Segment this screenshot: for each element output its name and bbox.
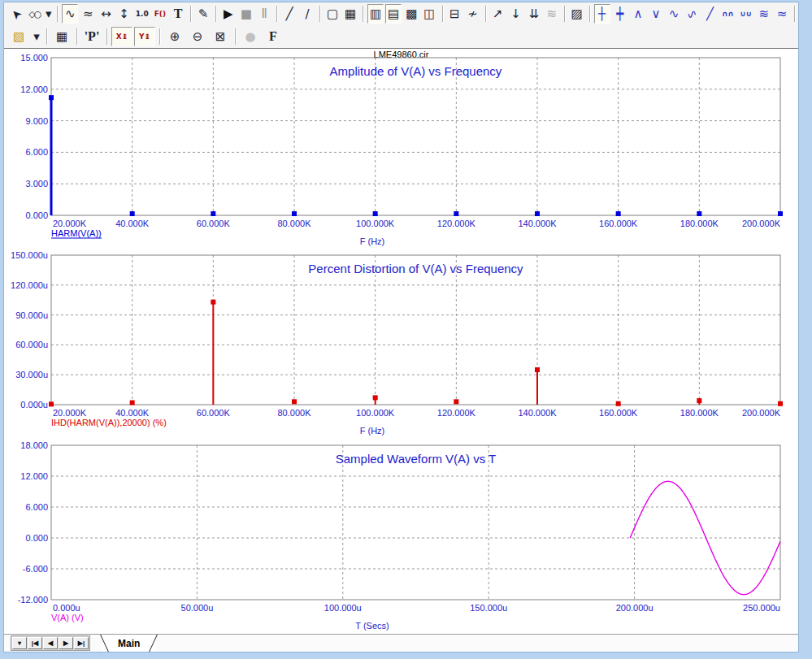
polyline-mode-button[interactable]: ∕	[299, 4, 315, 24]
go-to-slope-button[interactable]: ╱	[701, 4, 718, 24]
select-cursor-icon: ➤	[8, 6, 24, 22]
text-mode-button[interactable]: T	[170, 4, 186, 24]
next-tab-button[interactable]: ▶	[59, 637, 73, 649]
tab-strip-empty	[156, 635, 798, 652]
select-area-button[interactable]: ▢	[324, 4, 341, 24]
align-curves-button[interactable]: ≋	[544, 4, 560, 24]
properties-button[interactable]: ✎	[195, 4, 211, 24]
y-tick-label: 60.000u	[15, 340, 48, 349]
graphics-shapes-button[interactable]: ◇○	[26, 4, 42, 24]
exclude-curve-button[interactable]: ≁	[464, 4, 480, 24]
tag-both-button[interactable]: ⇊	[526, 4, 542, 24]
data-point-marker	[454, 211, 458, 216]
go-to-high-button[interactable]: ∿	[666, 4, 682, 24]
data-point-marker	[535, 211, 540, 216]
animate-mode-button[interactable]: ≈	[80, 4, 96, 24]
go-to-envelope-button[interactable]: ≋	[756, 4, 772, 24]
go-to-minimum-button[interactable]: ∪∪	[738, 4, 754, 24]
numeric-output-button[interactable]: ▦	[51, 27, 72, 46]
tag-vertical-button[interactable]: ↗	[489, 4, 506, 24]
data-point-marker	[373, 211, 378, 216]
font-tool-button[interactable]: F	[263, 27, 284, 46]
x-tick-label: 40.000K	[115, 408, 150, 418]
analysis-limits-button[interactable]: ▧	[8, 27, 29, 46]
cursor-horizontal-button[interactable]: ┿	[612, 4, 628, 24]
first-tab-button[interactable]: |◀	[28, 637, 42, 649]
periodic-steady-state-icon: 'P'	[85, 30, 100, 43]
series-label[interactable]: HARM(V(A))	[51, 228, 102, 238]
x-tick-label: 20.000K	[53, 408, 87, 418]
y-tick-label: 3.000	[25, 179, 48, 189]
y-tick-label: 18.000	[20, 440, 48, 450]
overlap-panels-icon: ▩	[406, 8, 417, 20]
x-tick-label: 20.000K	[53, 219, 87, 228]
auto-scale-x-button[interactable]: X↨	[111, 27, 132, 46]
tile-vertical-button[interactable]: ▥	[367, 4, 384, 24]
run-button[interactable]: ▶	[220, 4, 237, 24]
tile-horizontal-icon: ▤	[388, 8, 399, 20]
toolbar-separator	[363, 6, 363, 22]
zoom-in-button[interactable]: ⊕	[164, 27, 185, 46]
grid-toggle-button[interactable]: ▦	[342, 4, 358, 24]
select-cursor-button[interactable]: ➤	[8, 4, 24, 24]
limits-dropdown-button[interactable]: ▾	[31, 27, 42, 46]
last-tab-button[interactable]: ▶|	[74, 637, 89, 649]
x-axis-label: F (Hz)	[360, 426, 385, 436]
tab-main-label: Main	[118, 638, 140, 649]
shapes-dropdown-button[interactable]: ▾	[44, 4, 53, 24]
y-tick-label: 12.000	[20, 85, 48, 94]
horizontal-tag-mode-icon: ↔	[101, 8, 111, 20]
graphics-shapes-icon: ◇○	[28, 10, 40, 19]
chart-3-frame	[51, 445, 780, 600]
split-plot-button[interactable]: ⊟	[446, 4, 462, 24]
function-tag-mode-button[interactable]: F()	[152, 4, 168, 24]
data-point-marker	[211, 211, 215, 216]
overlap-panels-button[interactable]: ▩	[403, 4, 419, 24]
auto-scale-y-button[interactable]: Y↨	[134, 27, 155, 46]
polyline-mode-icon: ∕	[306, 8, 310, 20]
tab-main[interactable]: Main	[102, 635, 156, 652]
tab-list-dropdown-button[interactable]: ▾	[12, 637, 27, 649]
data-point-marker	[292, 399, 297, 404]
data-point-marker	[616, 401, 621, 406]
series-label[interactable]: V(A) (V)	[51, 613, 84, 622]
zoom-out-button[interactable]: ⊖	[187, 27, 208, 46]
auto-scale-y-icon: Y↨	[139, 33, 150, 41]
cursor-crosshair-button[interactable]: ┼	[594, 4, 610, 24]
go-to-peak-button[interactable]: ∧	[630, 4, 646, 24]
go-to-center-button[interactable]: ≈	[774, 4, 790, 24]
y-tick-label: 9.000	[25, 116, 48, 126]
horizontal-tag-mode-button[interactable]: ↔	[98, 4, 114, 24]
tag-point-button[interactable]: ↓	[507, 4, 523, 24]
y-tick-label: 15.000	[20, 53, 48, 63]
x-tick-label: 0.000u	[53, 603, 80, 613]
scope-thumbnail-button[interactable]: ▨	[569, 4, 585, 24]
web-help-button[interactable]: ●	[240, 27, 261, 46]
pause-button[interactable]: Ⅱ	[256, 4, 272, 24]
go-to-low-button[interactable]: ∿	[684, 4, 700, 24]
prev-tab-button[interactable]: ◀	[43, 637, 58, 649]
go-to-valley-icon: ∨	[652, 8, 661, 20]
stop-button[interactable]: ■	[238, 4, 254, 24]
tile-horizontal-button[interactable]: ▤	[385, 4, 402, 24]
toolbar-separator	[794, 6, 795, 22]
periodic-steady-state-button[interactable]: 'P'	[81, 27, 102, 46]
column-panels-button[interactable]: ◫	[421, 4, 437, 24]
vertical-tag-mode-button[interactable]: ↕	[116, 4, 132, 24]
y-tick-label: 30.000u	[15, 370, 48, 379]
zoom-in-icon: ⊕	[170, 31, 180, 43]
y-tick-label: -6.000	[23, 564, 48, 574]
line-mode-button[interactable]: ╱	[281, 4, 297, 24]
point-tag-mode-button[interactable]: 1.0	[134, 4, 150, 24]
point-tag-mode-icon: 1.0	[136, 11, 149, 18]
go-to-inflection-button[interactable]: ∩∩	[720, 4, 736, 24]
tag-point-icon: ↓	[510, 8, 521, 20]
go-to-valley-button[interactable]: ∨	[648, 4, 664, 24]
toolbar-separator	[215, 6, 216, 22]
scope-mode-button[interactable]: ∿	[62, 4, 78, 24]
chart-2-title: Percent Distortion of V(A) vs Frequency	[308, 262, 523, 275]
series-label[interactable]: IHD(HARM(V(A)),20000) (%)	[51, 418, 167, 427]
toolbar-separator	[57, 6, 58, 22]
zoom-area-button[interactable]: ⊠	[210, 27, 231, 46]
data-point-marker	[49, 401, 54, 406]
